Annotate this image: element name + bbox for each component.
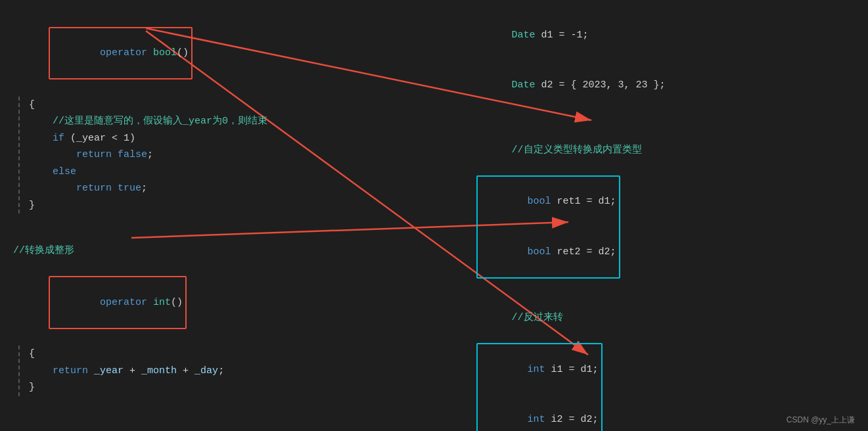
return-true: return true; [29, 180, 476, 197]
date-d2-line: Date d2 = { 2023, 3, 23 }; [476, 60, 855, 111]
bool-ret1: bool ret1 = d1; [480, 177, 616, 227]
return-year: return _year + _month + _day; [29, 363, 476, 380]
int-body: { return _year + _month + _day; } [18, 346, 476, 396]
bool-ret-box: bool ret1 = d1; bool ret2 = d2; [476, 175, 620, 279]
open-brace-bool: { [29, 97, 476, 114]
else-line: else [29, 164, 476, 181]
comment-custom-type: //自定义类型转换成内置类型 [476, 125, 855, 175]
operator-bool-line: operator bool() [13, 10, 476, 97]
open-brace-int: { [29, 346, 476, 363]
if-year: if (_year < 1) [29, 130, 476, 147]
return-false: return false; [29, 147, 476, 164]
operator-int-box: operator int() [49, 276, 187, 329]
comment-bool: //这里是随意写的，假设输入_year为0，则结束 [29, 113, 476, 130]
close-brace-int: } [29, 379, 476, 396]
bool-body: { //这里是随意写的，假设输入_year为0，则结束 if (_year < … [18, 97, 476, 214]
watermark: CSDN @yy_上上谦 [787, 415, 855, 426]
bool-ret2: bool ret2 = d2; [480, 227, 616, 277]
main-container: operator bool() { //这里是随意写的，假设输入_year为0，… [0, 0, 868, 431]
operator-int-line: operator int() [13, 260, 476, 346]
comment-reverse: //反过来转 [476, 293, 855, 344]
int-i1: int i1 = d1; [480, 344, 599, 395]
close-brace-bool: } [29, 197, 476, 214]
comment-int-label: //转换成整形 [13, 242, 476, 260]
date-d1-line: Date d1 = -1; [476, 10, 855, 60]
int-i2: int i2 = d2; [480, 395, 599, 432]
left-panel: operator bool() { //这里是随意写的，假设输入_year为0，… [13, 7, 476, 424]
right-panel: Date d1 = -1; Date d2 = { 2023, 3, 23 };… [476, 7, 855, 424]
operator-bool-box: operator bool() [49, 27, 193, 80]
int-i-box: int i1 = d1; int i2 = d2; [476, 343, 603, 431]
